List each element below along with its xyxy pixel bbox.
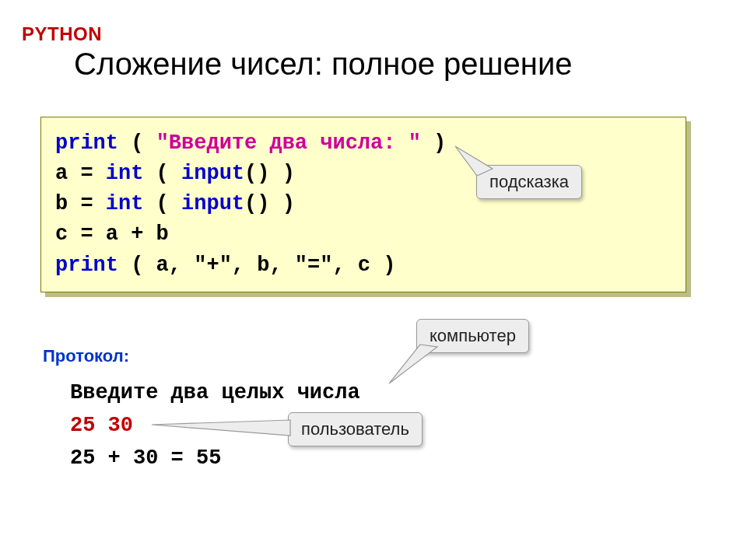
code-block: print ( "Введите два числа: " ) a = int … <box>40 117 686 292</box>
keyword-input: input <box>181 162 244 185</box>
code-text: b <box>55 192 68 215</box>
slide-root: PYTHON Сложение чисел: полное решение pr… <box>0 0 747 560</box>
code-text: ) <box>421 131 446 155</box>
code-text: a <box>55 162 68 185</box>
code-text: ( <box>143 192 181 215</box>
keyword-print: print <box>55 131 118 155</box>
keyword-int: int <box>106 162 144 185</box>
code-text: () ) <box>244 192 295 215</box>
code-text: = <box>68 162 106 185</box>
keyword-input: input <box>181 192 244 215</box>
callout-user: пользователь <box>288 412 423 446</box>
code-line-5: print ( a, "+", b, "=", c ) <box>55 250 672 281</box>
code-text: c = a + b <box>55 222 169 246</box>
code-line-4: c = a + b <box>55 219 672 250</box>
code-text: ( <box>118 131 156 155</box>
callout-computer: компьютер <box>416 319 529 353</box>
code-text: () ) <box>244 162 295 185</box>
protocol-line-3: 25 + 30 = 55 <box>70 443 360 475</box>
keyword-print: print <box>55 254 118 277</box>
code-line-1: print ( "Введите два числа: " ) <box>55 128 672 159</box>
slide-title: Сложение чисел: полное решение <box>74 47 724 82</box>
language-label: PYTHON <box>22 23 102 45</box>
protocol-heading: Протокол: <box>43 346 129 366</box>
code-text: = <box>68 192 106 215</box>
code-text: ( a, "+", b, "=", c ) <box>118 254 395 277</box>
keyword-int: int <box>106 192 144 215</box>
callout-hint: подсказка <box>476 165 582 199</box>
protocol-line-1: Введите два целых числа <box>70 377 360 410</box>
string-literal: "Введите два числа: " <box>156 131 421 155</box>
code-text: ( <box>143 162 181 185</box>
